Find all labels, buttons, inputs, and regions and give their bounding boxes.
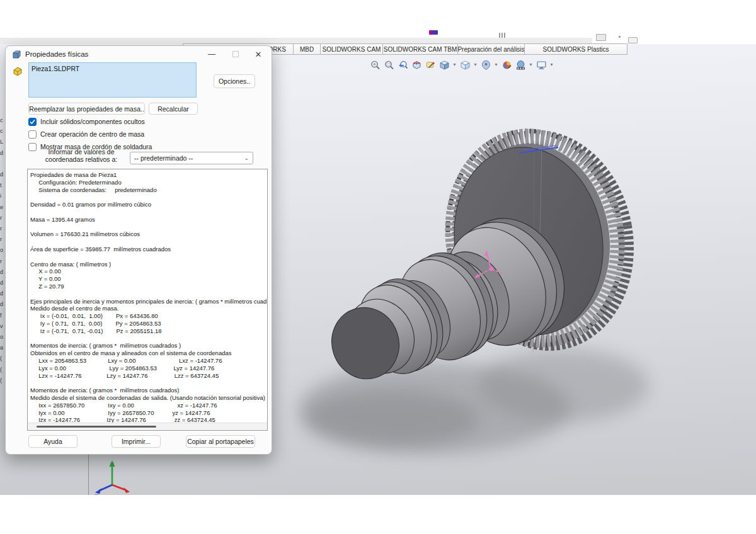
zoom-to-area-button[interactable] [383, 59, 394, 71]
report-coordinate-label-line2: coordenadas relativos a: [33, 156, 129, 163]
apply-scene-button[interactable] [515, 59, 526, 71]
mass-properties-report: Propiedades de masa de Pieza1 Configurac… [28, 169, 267, 424]
section-view-button[interactable] [411, 59, 422, 71]
scrollbar-thumb[interactable] [37, 426, 156, 428]
previous-view-button[interactable] [397, 59, 408, 71]
checkbox-label: Crear operación de centro de masa [40, 130, 144, 138]
check-icon [30, 119, 35, 125]
toolbar-fragment-icon [429, 30, 438, 35]
reference-triad [94, 460, 130, 495]
print-button[interactable]: Imprimir... [112, 435, 161, 448]
dialog-titlebar[interactable]: Propiedades físicas — ✕ [6, 46, 272, 62]
view-settings-icon [536, 60, 547, 71]
report-horizontal-scrollbar[interactable] [28, 423, 267, 430]
previous-view-icon [398, 60, 408, 71]
mass-properties-report-box[interactable]: Propiedades de masa de Pieza1 Configurac… [27, 169, 268, 431]
help-button[interactable]: Ayuda [28, 435, 77, 448]
toolbar-fragment-icon [619, 36, 621, 38]
feature-tree-clipped-text: c c L d d t i e r r r o r d d d d f v o … [0, 115, 4, 399]
zoom-to-fit-icon [370, 60, 381, 71]
tab-solidworks-cam-tbm[interactable]: SOLIDWORKS CAM TBM [382, 43, 458, 55]
toolbar-fragment-icon [499, 33, 506, 38]
section-view-icon [411, 60, 422, 71]
tab-mbd[interactable]: MBD [293, 43, 321, 55]
close-button[interactable]: ✕ [253, 48, 264, 60]
chevron-down-icon: ⌄ [244, 155, 249, 161]
feature-panel-divider [88, 453, 89, 495]
edit-appearance-button[interactable] [501, 59, 512, 71]
edit-appearance-icon [501, 60, 512, 71]
view-orientation-icon [439, 60, 450, 71]
mass-properties-dialog[interactable]: Propiedades físicas — ✕ Pieza1.SLDPRT Op… [5, 45, 272, 455]
checkbox-include-hidden-bodies[interactable]: Incluir sólidos/componentes ocultos [28, 117, 145, 126]
checkbox-box[interactable] [28, 130, 37, 139]
display-style-icon [460, 60, 471, 71]
tab-solidworks-plastics[interactable]: SOLIDWORKS Plastics [524, 43, 627, 55]
display-style-dropdown[interactable]: ▾ [473, 59, 478, 71]
replace-mass-properties-button[interactable]: Reemplazar las propiedades de masa.. [28, 103, 145, 115]
coordinate-system-value: -- predeterminado -- [134, 154, 193, 162]
recalculate-button[interactable]: Recalcular [149, 103, 198, 115]
hide-show-items-dropdown[interactable]: ▾ [494, 59, 498, 71]
view-settings-button[interactable] [536, 59, 547, 71]
display-style-button[interactable] [459, 59, 471, 71]
report-coordinate-label: Informar de valores de coordenadas relat… [33, 148, 129, 163]
maximize-icon [232, 51, 239, 57]
tab-preparacion-analisis[interactable]: Preparación del análisis [457, 43, 525, 55]
zoom-to-area-icon [384, 60, 394, 71]
zoom-to-fit-button[interactable] [369, 59, 381, 71]
view-settings-dropdown[interactable]: ▾ [549, 59, 554, 71]
mass-properties-dialog-icon [12, 50, 21, 59]
checkbox-label: Incluir sólidos/componentes ocultos [40, 118, 145, 125]
copy-to-clipboard-button[interactable]: Copiar al portapapeles [186, 435, 255, 448]
report-coordinate-label-line1: Informar de valores de [33, 148, 129, 156]
document-name-box[interactable]: Pieza1.SLDPRT [28, 62, 197, 98]
dialog-title: Propiedades físicas [25, 50, 88, 58]
part-document-icon [11, 65, 24, 77]
view-orientation-dropdown[interactable]: ▾ [452, 59, 457, 71]
apply-scene-icon [515, 60, 526, 71]
view-orientation-button[interactable] [438, 59, 450, 71]
toolbar-fragment-icon [628, 37, 638, 43]
tab-solidworks-cam[interactable]: SOLIDWORKS CAM [320, 43, 383, 55]
minimize-button[interactable]: — [206, 48, 217, 60]
checkbox-box[interactable] [28, 118, 37, 126]
hide-show-items-icon [481, 60, 491, 71]
coordinate-system-dropdown[interactable]: -- predeterminado -- ⌄ [130, 152, 253, 164]
maximize-button[interactable] [230, 48, 241, 60]
hide-show-items-button[interactable] [480, 59, 491, 71]
options-button[interactable]: Opciones.. [214, 74, 255, 88]
checkbox-create-com-feature[interactable]: Crear operación de centro de masa [28, 130, 144, 139]
dynamic-annotation-views-icon [425, 60, 436, 71]
dynamic-annotation-views-button[interactable] [425, 59, 436, 71]
heads-up-view-toolbar: ▾ ▾ ▾ ▾ ▾ [369, 58, 554, 72]
toolbar-fragment-icon [596, 34, 606, 41]
apply-scene-dropdown[interactable]: ▾ [529, 59, 533, 71]
